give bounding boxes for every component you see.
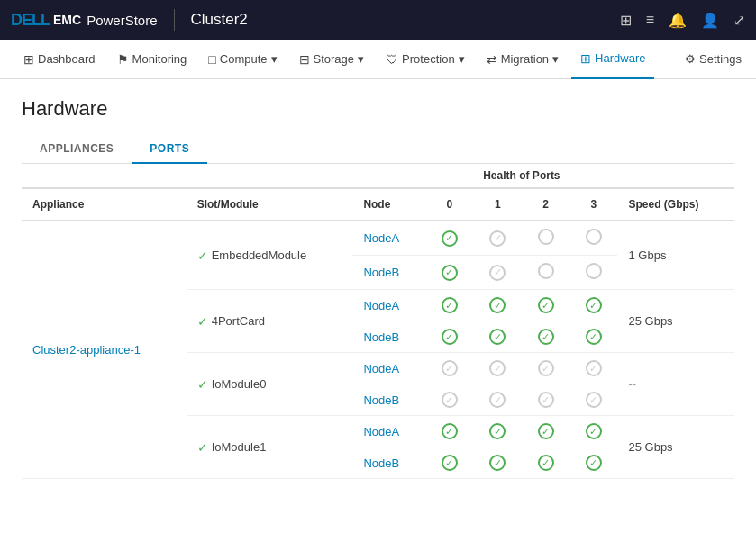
user-icon[interactable]: 👤: [701, 12, 719, 29]
module-embedded: ✓ EmbeddedModule: [187, 221, 353, 290]
nav-hardware[interactable]: ⊞ Hardware: [571, 40, 654, 79]
node-link[interactable]: NodeB: [363, 393, 399, 407]
port-status-green-icon: ✓: [538, 329, 554, 345]
col-port-2: 2: [522, 188, 569, 221]
port-status-gray-icon: ✓: [489, 230, 506, 247]
port-3-cell: ✓: [569, 447, 617, 479]
compute-icon: □: [208, 52, 215, 67]
grid-icon[interactable]: ⊞: [620, 12, 632, 29]
port-status-green-icon: ✓: [586, 423, 602, 439]
page-content: Hardware APPLIANCES PORTS Health of Port…: [0, 79, 756, 497]
list-icon[interactable]: ≡: [646, 12, 654, 28]
port-3-cell: ✓: [569, 353, 617, 384]
port-status-gray-icon: ✓: [538, 360, 554, 376]
port-status-green-icon: ✓: [538, 297, 554, 313]
port-3-cell: ✓: [569, 321, 617, 353]
port-status-green-icon: ✓: [489, 329, 506, 345]
node-cell: NodeA: [352, 353, 425, 384]
port-status-green-icon: ✓: [442, 455, 458, 471]
table-header-row: Appliance Slot/Module Node 0 1 2 3 Speed…: [22, 188, 734, 221]
port-3-cell: ✓: [569, 384, 617, 416]
module-iomodule1: ✓ IoModule1: [187, 416, 353, 479]
storage-icon: ⊟: [299, 52, 310, 67]
compute-dropdown-icon: ▾: [271, 52, 278, 66]
brand-logo: DELLEMC PowerStore: [11, 11, 158, 30]
port-1-cell: ✓: [474, 256, 522, 290]
port-2-cell: ✓: [522, 353, 569, 384]
module-label-text: IoModule1: [212, 440, 267, 454]
top-nav-icons: ⊞ ≡ 🔔 👤 ⤢: [620, 12, 745, 29]
port-status-green-icon: ✓: [586, 297, 602, 313]
ports-table: Health of Ports Appliance Slot/Module No…: [22, 164, 734, 479]
port-status-green-icon: ✓: [538, 423, 554, 439]
port-3-cell: [569, 221, 617, 256]
port-1-cell: ✓: [474, 321, 522, 353]
module-iomodule0: ✓ IoModule0: [187, 353, 353, 416]
tab-appliances[interactable]: APPLIANCES: [22, 135, 132, 164]
tab-ports[interactable]: PORTS: [132, 135, 207, 164]
port-status-gray-icon: ✓: [489, 265, 506, 281]
port-0-cell: ✓: [425, 416, 473, 447]
port-2-cell: ✓: [522, 384, 569, 416]
port-3-cell: ✓: [569, 416, 617, 447]
node-link[interactable]: NodeB: [363, 456, 399, 470]
speed-cell: 25 Gbps: [617, 290, 734, 353]
expand-icon[interactable]: ⤢: [733, 12, 745, 29]
cluster-name: Cluster2: [191, 11, 248, 29]
port-0-cell: ✓: [425, 384, 473, 416]
port-1-cell: ✓: [474, 416, 522, 447]
monitoring-icon: ⚑: [117, 52, 129, 67]
port-2-cell: ✓: [522, 290, 569, 321]
nav-settings[interactable]: ⚙ Settings: [685, 52, 742, 66]
nav-dashboard[interactable]: ⊞ Dashboard: [14, 40, 105, 79]
speed-cell: 1 Gbps: [617, 221, 734, 290]
port-status-green-icon: ✓: [442, 423, 458, 439]
node-link[interactable]: NodeA: [363, 425, 399, 438]
nav-monitoring[interactable]: ⚑ Monitoring: [108, 40, 196, 79]
nav-storage[interactable]: ⊟ Storage ▾: [290, 40, 374, 79]
nav-compute-label: Compute: [220, 52, 268, 66]
appliance-cell: Cluster2-appliance-1: [22, 221, 187, 479]
nav-migration[interactable]: ⇄ Migration ▾: [478, 40, 568, 79]
node-link[interactable]: NodeB: [363, 266, 399, 279]
nav-hardware-label: Hardware: [595, 51, 645, 65]
port-1-cell: ✓: [474, 353, 522, 384]
col-appliance: Appliance: [22, 188, 187, 221]
port-2-cell: [522, 221, 569, 256]
port-status-green-icon: ✓: [489, 423, 506, 439]
port-status-gray-icon: ✓: [442, 360, 458, 376]
node-cell: NodeA: [352, 290, 425, 321]
nav-settings-label: Settings: [699, 52, 742, 66]
bell-icon[interactable]: 🔔: [669, 12, 687, 29]
nav-protection[interactable]: 🛡 Protection ▾: [377, 40, 474, 79]
node-cell: NodeB: [352, 384, 425, 416]
port-status-green-icon: ✓: [442, 230, 458, 247]
ports-table-container: Health of Ports Appliance Slot/Module No…: [22, 164, 734, 479]
module-ok-icon: ✓: [197, 248, 208, 263]
node-link[interactable]: NodeA: [363, 299, 399, 312]
protection-icon: 🛡: [386, 52, 398, 67]
port-0-cell: ✓: [425, 221, 473, 256]
nav-compute[interactable]: □ Compute ▾: [199, 40, 286, 79]
node-cell: NodeB: [352, 321, 425, 353]
col-node: Node: [352, 188, 425, 221]
nav-storage-label: Storage: [314, 52, 355, 66]
module-ok-icon: ✓: [197, 314, 208, 329]
node-link[interactable]: NodeA: [363, 231, 399, 245]
node-cell: NodeA: [352, 416, 425, 447]
brand-emc: EMC: [53, 13, 81, 27]
node-link[interactable]: NodeB: [363, 330, 399, 344]
port-status-green-icon: ✓: [442, 297, 458, 313]
node-link[interactable]: NodeA: [363, 362, 399, 375]
col-group-empty: [22, 164, 425, 188]
port-1-cell: ✓: [474, 290, 522, 321]
module-label-text: 4PortCard: [212, 314, 265, 328]
brand-powerstore: PowerStore: [87, 13, 157, 28]
port-3-cell: ✓: [569, 290, 617, 321]
settings-gear-icon: ⚙: [685, 52, 696, 66]
appliance-link[interactable]: Cluster2-appliance-1: [32, 343, 141, 357]
migration-icon: ⇄: [487, 52, 497, 67]
port-status-green-icon: ✓: [489, 455, 506, 471]
port-status-green-icon: ✓: [489, 297, 506, 313]
protection-dropdown-icon: ▾: [459, 52, 465, 66]
